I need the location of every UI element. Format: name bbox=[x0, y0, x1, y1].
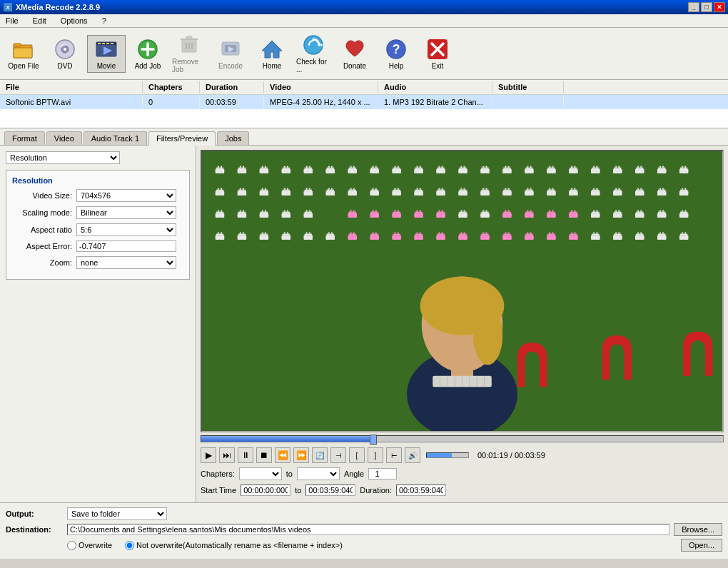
svg-rect-672 bbox=[332, 235, 333, 237]
output-mode-select[interactable]: Save to folder bbox=[67, 507, 167, 520]
check-for-button[interactable]: Check for ... bbox=[294, 31, 333, 76]
svg-rect-234 bbox=[684, 172, 687, 173]
overwrite-radio-label[interactable]: Overwrite bbox=[67, 541, 112, 550]
svg-rect-179 bbox=[547, 172, 550, 173]
cell-duration: 00:03:59 bbox=[200, 96, 264, 108]
minimize-button[interactable]: _ bbox=[688, 2, 699, 12]
svg-rect-441 bbox=[221, 216, 223, 218]
svg-rect-326 bbox=[442, 188, 443, 190]
chapters-row: Chapters: to Angle bbox=[201, 465, 724, 482]
svg-rect-359 bbox=[503, 194, 506, 196]
svg-rect-430 bbox=[679, 193, 688, 194]
chapters-from-select[interactable] bbox=[239, 467, 282, 480]
play-button[interactable]: ▶ bbox=[201, 447, 216, 463]
pause-button[interactable]: ⏸ bbox=[238, 447, 253, 463]
mark-in-button[interactable]: ⊣ bbox=[330, 447, 346, 463]
close-button[interactable]: ✕ bbox=[714, 2, 725, 12]
svg-rect-93 bbox=[349, 168, 356, 169]
svg-rect-421 bbox=[657, 193, 666, 194]
video-size-select[interactable]: 704x576 bbox=[76, 189, 176, 202]
svg-rect-444 bbox=[238, 212, 246, 213]
svg-rect-746 bbox=[393, 238, 395, 240]
svg-rect-693 bbox=[618, 238, 621, 240]
svg-rect-374 bbox=[548, 191, 550, 193]
svg-rect-361 bbox=[527, 188, 528, 190]
cell-audio: 1. MP3 192 Bitrate 2 Chan... bbox=[378, 96, 492, 108]
tab-audio-track-1[interactable]: Audio Track 1 bbox=[84, 131, 147, 145]
angle-input[interactable] bbox=[368, 468, 397, 480]
svg-rect-669 bbox=[327, 234, 334, 235]
svg-rect-532 bbox=[682, 211, 683, 212]
svg-rect-780 bbox=[487, 235, 488, 237]
mark-out-right-button[interactable]: ] bbox=[368, 447, 383, 463]
aspect-ratio-select[interactable]: 5:6 bbox=[76, 223, 176, 236]
donate-button[interactable]: Donate bbox=[335, 35, 374, 73]
svg-rect-437 bbox=[217, 213, 218, 215]
not-overwrite-radio-label[interactable]: Not overwrite(Automatically rename as <f… bbox=[125, 541, 343, 550]
encode-button[interactable]: Encode bbox=[211, 35, 250, 73]
start-time-input[interactable] bbox=[241, 485, 290, 496]
home-button[interactable]: Home bbox=[253, 35, 291, 73]
help-button[interactable]: ? Help bbox=[377, 35, 415, 73]
filelist-header: File Chapters Duration Video Audio Subti… bbox=[0, 80, 728, 95]
check-for-icon bbox=[302, 34, 325, 56]
table-row[interactable]: Softonic BPTW.avi 0 00:03:59 MPEG-4 25.0… bbox=[0, 95, 728, 109]
progress-bar[interactable] bbox=[201, 435, 724, 442]
movie-button[interactable]: Movie bbox=[87, 35, 126, 73]
overwrite-radio[interactable] bbox=[67, 541, 76, 550]
dvd-button[interactable]: DVD bbox=[46, 35, 84, 73]
tab-format[interactable]: Format bbox=[4, 131, 45, 145]
svg-rect-208 bbox=[637, 166, 639, 168]
mark-out-left-button[interactable]: [ bbox=[349, 447, 365, 463]
duration-input[interactable] bbox=[396, 485, 446, 496]
add-job-button[interactable]: Add Job bbox=[128, 35, 167, 73]
maximize-button[interactable]: □ bbox=[701, 2, 712, 12]
svg-rect-473 bbox=[305, 213, 307, 215]
aspect-error-input[interactable] bbox=[76, 240, 176, 252]
menu-file[interactable]: File bbox=[3, 16, 21, 26]
remove-job-button[interactable]: Remove Job bbox=[170, 31, 208, 76]
destination-path-input[interactable] bbox=[67, 524, 669, 535]
next-frame-button[interactable]: ⏭ bbox=[219, 447, 235, 463]
stop-button[interactable]: ⏹ bbox=[256, 447, 272, 463]
end-time-input[interactable] bbox=[305, 485, 355, 496]
open-button[interactable]: Open... bbox=[681, 539, 722, 552]
tab-video[interactable]: Video bbox=[46, 131, 82, 145]
menu-options[interactable]: Options bbox=[58, 16, 91, 26]
filter-type-select[interactable]: Resolution bbox=[6, 151, 120, 164]
rewind-button[interactable]: ⏪ bbox=[275, 447, 290, 463]
progress-thumb[interactable] bbox=[370, 435, 377, 445]
svg-rect-590 bbox=[504, 213, 505, 215]
mark-end-button[interactable]: ⊢ bbox=[386, 447, 402, 463]
tab-filters-preview[interactable]: Filters/Preview bbox=[148, 131, 216, 146]
svg-rect-576 bbox=[420, 216, 423, 218]
svg-rect-623 bbox=[221, 233, 222, 234]
svg-rect-540 bbox=[684, 216, 687, 218]
svg-rect-491 bbox=[482, 213, 483, 215]
svg-rect-240 bbox=[221, 191, 223, 193]
volume-slider[interactable] bbox=[426, 452, 469, 458]
not-overwrite-radio[interactable] bbox=[125, 541, 134, 550]
titlebar-controls: _ □ ✕ bbox=[688, 2, 725, 12]
chapters-to-select[interactable] bbox=[297, 467, 340, 480]
svg-rect-290 bbox=[353, 188, 355, 190]
loop-button[interactable]: 🔄 bbox=[312, 447, 328, 463]
scaling-mode-select[interactable]: Bilinear bbox=[76, 206, 176, 219]
svg-rect-224 bbox=[658, 172, 661, 173]
menu-edit[interactable]: Edit bbox=[30, 16, 49, 26]
volume-button[interactable]: 🔊 bbox=[405, 447, 420, 463]
home-label: Home bbox=[263, 62, 282, 70]
exit-button[interactable]: Exit bbox=[418, 35, 457, 73]
svg-rect-68 bbox=[283, 169, 285, 171]
zoom-select[interactable]: none bbox=[76, 256, 176, 269]
browse-button[interactable]: Browse... bbox=[674, 523, 722, 536]
svg-rect-578 bbox=[442, 211, 443, 212]
menu-help[interactable]: ? bbox=[99, 16, 109, 26]
svg-rect-213 bbox=[641, 169, 642, 171]
svg-rect-158 bbox=[504, 169, 505, 171]
svg-rect-555 bbox=[376, 213, 378, 215]
svg-rect-552 bbox=[371, 212, 378, 213]
tab-jobs[interactable]: Jobs bbox=[217, 131, 249, 145]
fast-forward-button[interactable]: ⏩ bbox=[293, 447, 309, 463]
open-file-button[interactable]: Open File bbox=[4, 35, 43, 73]
